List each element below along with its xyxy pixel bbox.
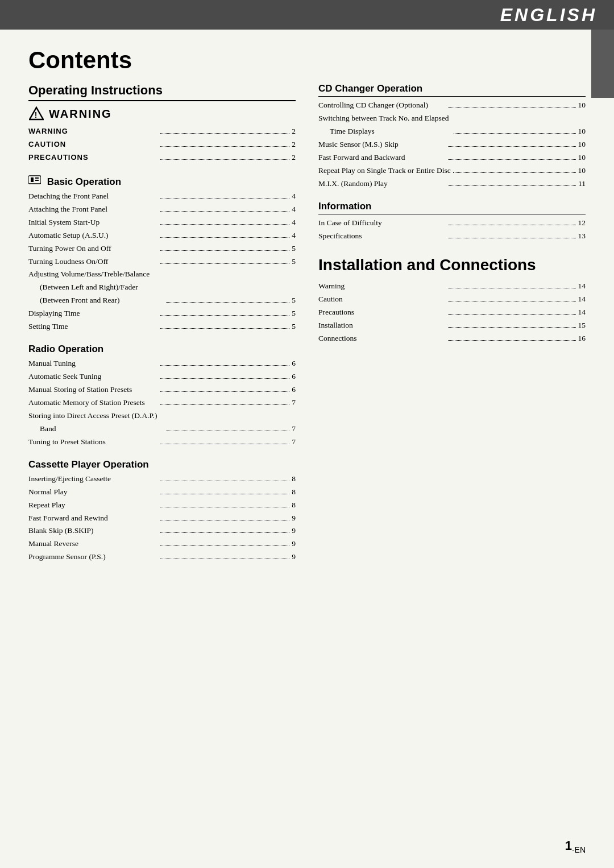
toc-entry-preset-stations: Tuning to Preset Stations 7 — [28, 436, 296, 449]
toc-entry-caution-install: Caution 14 — [318, 293, 586, 306]
two-column-layout: Operating Instructions ! WARNING WARNING… — [28, 83, 586, 564]
toc-entry-precautions-install: Precautions 14 — [318, 306, 586, 319]
toc-entry-manual-reverse: Manual Reverse 9 — [28, 538, 296, 551]
svg-rect-2 — [28, 176, 41, 184]
toc-entry-blank-skip: Blank Skip (B.SKIP) 9 — [28, 524, 296, 538]
toc-entry-ff-backward: Fast Forward and Backward 10 — [318, 151, 586, 164]
toc-entry-band: Band 7 — [28, 423, 296, 436]
page-number: 1-EN — [565, 838, 586, 854]
basic-operation-label: Basic Operation — [47, 176, 121, 187]
main-content: Contents Operating Instructions ! WARNIN… — [0, 30, 614, 598]
toc-entry-display-time: Displaying Time 5 — [28, 307, 296, 320]
side-tab — [591, 30, 614, 98]
toc-entry-switching-track: Switching between Track No. and Elapsed — [318, 112, 586, 125]
toc-entry-power: Turning Power On and Off 5 — [28, 242, 296, 255]
toc-entry-caution: CAUTION 2 — [28, 138, 296, 151]
toc-entry-programme-sensor: Programme Sensor (P.S.) 9 — [28, 551, 296, 564]
toc-entry-warning: WARNING 2 — [28, 125, 296, 138]
header-title: ENGLISH — [500, 5, 597, 26]
cassette-entries: Inserting/Ejecting Cassette 8 Normal Pla… — [28, 473, 296, 564]
warning-entries: WARNING 2 CAUTION 2 PRECAUTIONS 2 — [28, 125, 296, 164]
cd-changer-heading: CD Changer Operation — [318, 83, 586, 97]
toc-entry-manual-presets: Manual Storing of Station Presets 6 — [28, 383, 296, 396]
svg-text:!: ! — [35, 110, 39, 119]
toc-entry-auto-seek: Automatic Seek Tuning 6 — [28, 370, 296, 383]
information-heading: Information — [318, 201, 586, 214]
toc-entry-balance-fr: (Between Front and Rear) 5 — [28, 294, 296, 307]
toc-entry-precautions: PRECAUTIONS 2 — [28, 151, 296, 164]
cassette-heading: Cassette Player Operation — [28, 459, 296, 470]
warning-icon: ! — [28, 106, 44, 122]
toc-entry-installation: Installation 15 — [318, 319, 586, 332]
toc-entry-in-case: In Case of Difficulty 12 — [318, 217, 586, 230]
toc-entry-manual-tuning: Manual Tuning 6 — [28, 357, 296, 370]
left-column: Operating Instructions ! WARNING WARNING… — [28, 83, 296, 564]
toc-entry-volume: Adjusting Volume/Bass/Treble/Balance — [28, 268, 296, 281]
toc-entry-time-displays: Time Displays 10 — [318, 125, 586, 138]
toc-entry-dap: Storing into Direct Access Preset (D.A.P… — [28, 410, 296, 423]
toc-entry-ms-skip: Music Sensor (M.S.) Skip 10 — [318, 138, 586, 151]
toc-entry-repeat-single: Repeat Play on Single Track or Entire Di… — [318, 164, 586, 177]
toc-entry-balance-lr: (Between Left and Right)/Fader — [28, 281, 296, 294]
page-title: Contents — [28, 47, 586, 74]
toc-entry-attach: Attaching the Front Panel 4 — [28, 203, 296, 216]
toc-entry-normal-play: Normal Play 8 — [28, 486, 296, 499]
svg-rect-3 — [31, 177, 34, 182]
cd-entries: Controlling CD Changer (Optional) 10 Swi… — [318, 99, 586, 191]
basic-operation-heading: Basic Operation — [28, 175, 296, 188]
toc-entry-warning-install: Warning 14 — [318, 280, 586, 293]
radio-entries: Manual Tuning 6 Automatic Seek Tuning 6 … — [28, 357, 296, 449]
toc-entry-loudness: Turning Loudness On/Off 5 — [28, 255, 296, 268]
toc-entry-specifications: Specifications 13 — [318, 230, 586, 243]
toc-entry-repeat-play: Repeat Play 8 — [28, 499, 296, 512]
toc-entry-startup: Initial System Start-Up 4 — [28, 216, 296, 229]
install-entries: Warning 14 Caution 14 Precautions 14 Ins… — [318, 280, 586, 345]
toc-entry-mix-random: M.I.X. (Random) Play 11 — [318, 177, 586, 191]
toc-entry-asu: Automatic Setup (A.S.U.) 4 — [28, 229, 296, 242]
basic-op-icon — [28, 175, 41, 185]
basic-entries: Detaching the Front Panel 4 Attaching th… — [28, 190, 296, 333]
toc-entry-auto-presets: Automatic Memory of Station Presets 7 — [28, 396, 296, 410]
svg-rect-5 — [35, 180, 39, 181]
info-entries: In Case of Difficulty 12 Specifications … — [318, 217, 586, 243]
warning-heading: ! WARNING — [28, 106, 296, 122]
toc-entry-controlling-cd: Controlling CD Changer (Optional) 10 — [318, 99, 586, 112]
install-connections-heading: Installation and Connections — [318, 256, 586, 274]
warning-label: WARNING — [49, 108, 112, 121]
toc-entry-detach: Detaching the Front Panel 4 — [28, 190, 296, 203]
toc-entry-insert-eject: Inserting/Ejecting Cassette 8 — [28, 473, 296, 486]
toc-entry-setting-time: Setting Time 5 — [28, 320, 296, 333]
header-bar: ENGLISH — [0, 0, 614, 30]
toc-entry-connections: Connections 16 — [318, 332, 586, 345]
right-column: CD Changer Operation Controlling CD Chan… — [318, 83, 586, 564]
toc-entry-ff-rewind: Fast Forward and Rewind 9 — [28, 512, 296, 525]
svg-rect-4 — [35, 177, 39, 179]
radio-operation-heading: Radio Operation — [28, 344, 296, 355]
section-operating-instructions: Operating Instructions — [28, 83, 296, 101]
